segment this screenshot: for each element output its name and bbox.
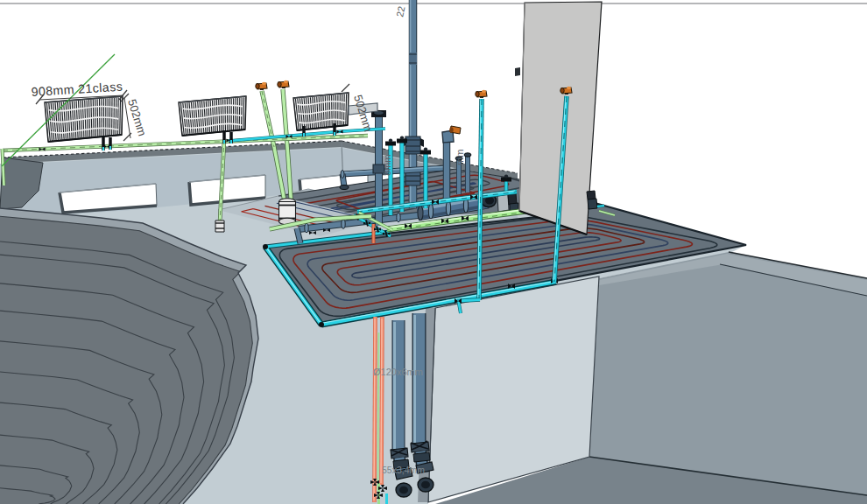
svg-text:Ø120x6mm: Ø120x6mm [373,367,423,377]
svg-text:mm: mm [455,150,465,165]
svg-text:55x3,4mm: 55x3,4mm [382,465,425,475]
svg-text:22: 22 [394,5,406,18]
svg-text:8mm: 8mm [382,155,392,176]
